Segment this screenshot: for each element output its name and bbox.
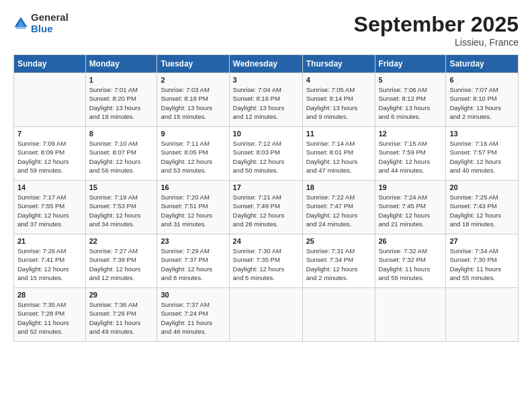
day-number: 10 [233, 130, 299, 138]
day-number: 22 [89, 237, 154, 245]
day-info: Sunrise: 7:24 AM Sunset: 7:45 PM Dayligh… [379, 193, 443, 228]
day-number: 1 [89, 76, 154, 84]
day-info: Sunrise: 7:17 AM Sunset: 7:55 PM Dayligh… [17, 193, 82, 228]
day-number: 30 [161, 291, 225, 299]
day-number: 21 [17, 237, 82, 245]
day-number: 2 [161, 76, 225, 84]
calendar-cell: 11Sunrise: 7:14 AM Sunset: 8:01 PM Dayli… [302, 127, 375, 181]
calendar-cell: 22Sunrise: 7:27 AM Sunset: 7:39 PM Dayli… [85, 234, 157, 288]
day-number: 11 [306, 130, 371, 138]
day-number: 12 [379, 130, 443, 138]
day-info: Sunrise: 7:12 AM Sunset: 8:03 PM Dayligh… [233, 139, 299, 175]
day-info: Sunrise: 7:05 AM Sunset: 8:14 PM Dayligh… [306, 85, 371, 121]
day-number: 9 [161, 130, 225, 138]
day-number: 13 [449, 130, 515, 138]
day-info: Sunrise: 7:01 AM Sunset: 8:20 PM Dayligh… [89, 85, 154, 121]
day-info: Sunrise: 7:09 AM Sunset: 8:09 PM Dayligh… [17, 139, 82, 175]
week-row-4: 21Sunrise: 7:26 AM Sunset: 7:41 PM Dayli… [14, 234, 519, 288]
day-header-monday: Monday [85, 55, 157, 73]
day-number: 18 [306, 183, 371, 191]
day-info: Sunrise: 7:10 AM Sunset: 8:07 PM Dayligh… [89, 139, 154, 175]
day-info: Sunrise: 7:15 AM Sunset: 7:59 PM Dayligh… [379, 139, 443, 175]
day-number: 27 [449, 237, 515, 245]
day-info: Sunrise: 7:31 AM Sunset: 7:34 PM Dayligh… [306, 246, 371, 282]
day-info: Sunrise: 7:29 AM Sunset: 7:37 PM Dayligh… [161, 246, 225, 282]
location: Lissieu, France [354, 37, 519, 48]
day-info: Sunrise: 7:30 AM Sunset: 7:35 PM Dayligh… [233, 246, 299, 282]
day-number: 5 [379, 76, 443, 84]
day-info: Sunrise: 7:36 AM Sunset: 7:26 PM Dayligh… [89, 300, 154, 336]
calendar-cell: 29Sunrise: 7:36 AM Sunset: 7:26 PM Dayli… [85, 288, 157, 342]
day-info: Sunrise: 7:27 AM Sunset: 7:39 PM Dayligh… [89, 246, 154, 282]
day-info: Sunrise: 7:19 AM Sunset: 7:53 PM Dayligh… [89, 193, 154, 228]
day-number: 3 [233, 76, 299, 84]
calendar-cell: 24Sunrise: 7:30 AM Sunset: 7:35 PM Dayli… [229, 234, 302, 288]
calendar-cell: 7Sunrise: 7:09 AM Sunset: 8:09 PM Daylig… [14, 127, 86, 181]
day-info: Sunrise: 7:22 AM Sunset: 7:47 PM Dayligh… [306, 193, 371, 228]
calendar-table: SundayMondayTuesdayWednesdayThursdayFrid… [13, 54, 519, 342]
day-info: Sunrise: 7:04 AM Sunset: 8:16 PM Dayligh… [233, 85, 299, 121]
day-number: 8 [89, 130, 154, 138]
calendar-cell: 9Sunrise: 7:11 AM Sunset: 8:05 PM Daylig… [157, 127, 229, 181]
calendar-cell: 25Sunrise: 7:31 AM Sunset: 7:34 PM Dayli… [302, 234, 375, 288]
calendar-cell: 30Sunrise: 7:37 AM Sunset: 7:24 PM Dayli… [157, 288, 229, 342]
day-info: Sunrise: 7:26 AM Sunset: 7:41 PM Dayligh… [17, 246, 82, 282]
day-number: 20 [449, 183, 515, 191]
day-number: 19 [379, 183, 443, 191]
logo-general-text: General [31, 12, 69, 24]
week-row-1: 1Sunrise: 7:01 AM Sunset: 8:20 PM Daylig… [14, 73, 519, 127]
week-row-3: 14Sunrise: 7:17 AM Sunset: 7:55 PM Dayli… [14, 181, 519, 234]
day-header-tuesday: Tuesday [157, 55, 229, 73]
calendar-cell: 16Sunrise: 7:20 AM Sunset: 7:51 PM Dayli… [157, 181, 229, 234]
day-info: Sunrise: 7:25 AM Sunset: 7:43 PM Dayligh… [449, 193, 515, 228]
day-number: 15 [89, 183, 154, 191]
day-number: 23 [161, 237, 225, 245]
title-block: September 2025 Lissieu, France [354, 12, 519, 48]
day-number: 14 [17, 183, 82, 191]
month-title: September 2025 [354, 12, 519, 37]
day-info: Sunrise: 7:03 AM Sunset: 8:18 PM Dayligh… [161, 85, 225, 121]
day-number: 6 [449, 76, 515, 84]
logo-blue-text: Blue [31, 24, 69, 35]
day-info: Sunrise: 7:37 AM Sunset: 7:24 PM Dayligh… [161, 300, 225, 336]
calendar-cell: 3Sunrise: 7:04 AM Sunset: 8:16 PM Daylig… [229, 73, 302, 127]
header: General Blue September 2025 Lissieu, Fra… [13, 12, 519, 48]
day-info: Sunrise: 7:06 AM Sunset: 8:12 PM Dayligh… [379, 85, 443, 121]
logo: General Blue [13, 12, 69, 34]
calendar-cell: 2Sunrise: 7:03 AM Sunset: 8:18 PM Daylig… [157, 73, 229, 127]
calendar-cell: 8Sunrise: 7:10 AM Sunset: 8:07 PM Daylig… [85, 127, 157, 181]
day-number: 25 [306, 237, 371, 245]
day-info: Sunrise: 7:34 AM Sunset: 7:30 PM Dayligh… [449, 246, 515, 282]
day-header-sunday: Sunday [14, 55, 86, 73]
calendar-cell: 17Sunrise: 7:21 AM Sunset: 7:49 PM Dayli… [229, 181, 302, 234]
day-number: 24 [233, 237, 299, 245]
day-header-thursday: Thursday [302, 55, 375, 73]
calendar-cell: 20Sunrise: 7:25 AM Sunset: 7:43 PM Dayli… [446, 181, 519, 234]
calendar-cell: 12Sunrise: 7:15 AM Sunset: 7:59 PM Dayli… [375, 127, 446, 181]
calendar-cell: 26Sunrise: 7:32 AM Sunset: 7:32 PM Dayli… [375, 234, 446, 288]
day-number: 28 [17, 291, 82, 299]
calendar-cell [229, 288, 302, 342]
day-number: 29 [89, 291, 154, 299]
day-number: 4 [306, 76, 371, 84]
calendar-cell: 13Sunrise: 7:16 AM Sunset: 7:57 PM Dayli… [446, 127, 519, 181]
day-number: 7 [17, 130, 82, 138]
header-row: SundayMondayTuesdayWednesdayThursdayFrid… [14, 55, 519, 73]
day-info: Sunrise: 7:21 AM Sunset: 7:49 PM Dayligh… [233, 193, 299, 228]
calendar-cell: 21Sunrise: 7:26 AM Sunset: 7:41 PM Dayli… [14, 234, 86, 288]
calendar-cell [375, 288, 446, 342]
calendar-cell: 27Sunrise: 7:34 AM Sunset: 7:30 PM Dayli… [446, 234, 519, 288]
day-number: 16 [161, 183, 225, 191]
day-number: 17 [233, 183, 299, 191]
calendar-cell: 1Sunrise: 7:01 AM Sunset: 8:20 PM Daylig… [85, 73, 157, 127]
page-container: General Blue September 2025 Lissieu, Fra… [0, 0, 532, 349]
calendar-cell: 4Sunrise: 7:05 AM Sunset: 8:14 PM Daylig… [302, 73, 375, 127]
day-info: Sunrise: 7:20 AM Sunset: 7:51 PM Dayligh… [161, 193, 225, 228]
week-row-5: 28Sunrise: 7:35 AM Sunset: 7:28 PM Dayli… [14, 288, 519, 342]
calendar-cell: 15Sunrise: 7:19 AM Sunset: 7:53 PM Dayli… [85, 181, 157, 234]
day-header-wednesday: Wednesday [229, 55, 302, 73]
week-row-2: 7Sunrise: 7:09 AM Sunset: 8:09 PM Daylig… [14, 127, 519, 181]
day-info: Sunrise: 7:35 AM Sunset: 7:28 PM Dayligh… [17, 300, 82, 336]
calendar-cell [446, 288, 519, 342]
day-info: Sunrise: 7:11 AM Sunset: 8:05 PM Dayligh… [161, 139, 225, 175]
